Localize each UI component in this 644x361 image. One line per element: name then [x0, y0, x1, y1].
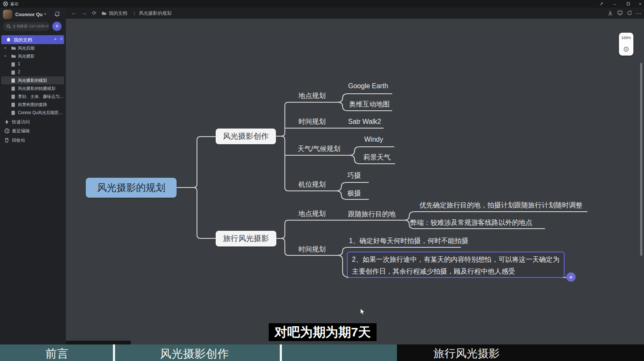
- chapter-divider: [280, 344, 282, 361]
- document-icon: [11, 102, 15, 107]
- sidebar-doc-row[interactable]: 景别、主体、趣味点与前景…: [1, 92, 64, 101]
- global-search-input[interactable]: 全局搜索 Ctrl+Shift+F: [3, 22, 50, 31]
- mindmap-node[interactable]: Windy: [364, 136, 383, 143]
- pin-window-icon[interactable]: ↗: [596, 0, 606, 8]
- window-titlebar: 幕布 ↗ – ×: [0, 0, 644, 8]
- sidebar-doc-row-selected[interactable]: 风光摄影的规划: [1, 76, 64, 84]
- document-toolbar: ← → ⟳ 我的文档 | 风光摄影的规划 大纲笔记 ⋯: [66, 8, 644, 19]
- notifications-bell-icon[interactable]: [54, 11, 60, 17]
- sidebar-folder-row[interactable]: ▸ 风光后期: [1, 44, 64, 52]
- sidebar-item-recent[interactable]: 最近编辑: [0, 127, 66, 135]
- document-icon: [11, 94, 15, 99]
- mindmap-root-node[interactable]: 风光摄影的规划: [86, 178, 177, 198]
- doc-tree-label: 风光摄影的拍摄规划: [18, 86, 55, 92]
- mindmap-node[interactable]: 时间规划: [298, 118, 326, 126]
- chapter-label: 风光摄影创作: [160, 346, 229, 361]
- refresh-icon[interactable]: ⟳: [90, 8, 98, 19]
- minimize-icon[interactable]: –: [610, 0, 619, 8]
- add-child-node-button[interactable]: +: [566, 272, 576, 282]
- search-icon: [6, 24, 11, 29]
- sidebar-item-trash[interactable]: 回收站: [0, 136, 66, 145]
- app-title: 幕布: [10, 1, 19, 7]
- document-icon: [11, 86, 15, 91]
- sidebar-doc-row[interactable]: 风光摄影的拍摄规划: [1, 84, 64, 92]
- document-icon: [11, 62, 15, 67]
- back-icon[interactable]: ←: [70, 8, 78, 19]
- share-icon[interactable]: [627, 10, 633, 16]
- quick-access-label: 快速访问: [12, 119, 30, 125]
- vertical-scrollbar[interactable]: [640, 63, 642, 256]
- sidebar-item-quick-access[interactable]: 快速访问: [0, 118, 66, 126]
- breadcrumb-separator: |: [134, 8, 135, 19]
- doc-tree-label: 2: [18, 70, 20, 74]
- sidebar-doc-row[interactable]: 2: [1, 68, 64, 76]
- document-icon: [11, 78, 15, 83]
- download-icon[interactable]: [607, 10, 613, 16]
- user-menu-caret-icon[interactable]: ▸: [45, 12, 46, 16]
- document-icon: [11, 70, 15, 75]
- home-icon: [6, 37, 11, 42]
- doc-tree-label: 风光摄影的规划: [18, 78, 47, 84]
- present-icon[interactable]: [617, 10, 623, 16]
- mindmap-node[interactable]: 机位规划: [298, 180, 326, 189]
- user-name[interactable]: Coonnor Qu: [15, 12, 42, 17]
- breadcrumb-root[interactable]: 我的文档: [109, 8, 127, 19]
- folder-icon: [11, 54, 16, 58]
- sidebar-doc-row[interactable]: Connor Qu风光后期思维导图: [1, 109, 64, 117]
- sidebar: Coonnor Qu ▸ 全局搜索 Ctrl+Shift+F + 我的文档 + …: [0, 8, 66, 344]
- mindmap-node-creation[interactable]: 风光摄影创作: [216, 129, 276, 144]
- mouse-cursor: [360, 308, 366, 316]
- doc-tree-label: 景别、主体、趣味点与前景…: [18, 94, 65, 100]
- mindmap-node[interactable]: 地点规划: [298, 92, 326, 101]
- trash-label: 回收站: [12, 137, 25, 143]
- locate-center-icon[interactable]: [623, 46, 629, 52]
- more-icon[interactable]: ⋯: [635, 8, 642, 19]
- mindmap-node[interactable]: 优先确定旅行目的地，拍摄计划跟随旅行计划随时调整: [419, 201, 582, 210]
- mindmap-node[interactable]: 时间规划: [298, 245, 326, 254]
- doc-tree-label: Connor Qu风光后期思维导图: [18, 110, 65, 116]
- doc-tree-label: 风光后期: [18, 45, 34, 51]
- mindmap-node[interactable]: 弊端：较难涉及常规游客线路以外的地点: [410, 218, 532, 227]
- mindmap-node-travel[interactable]: 旅行风光摄影: [216, 231, 276, 246]
- forward-icon[interactable]: →: [80, 8, 88, 19]
- sidebar-folder-row[interactable]: ▸ 风光摄影: [1, 52, 64, 60]
- search-placeholder: 全局搜索 Ctrl+Shift+F: [12, 24, 49, 29]
- mindmap-node[interactable]: Google Earth: [348, 82, 388, 90]
- zoom-panel[interactable]: 169%: [619, 33, 633, 56]
- doc-tree-label: 前景构图的套路: [18, 102, 47, 108]
- close-icon[interactable]: ×: [636, 0, 644, 8]
- chapter-label: 前言: [45, 346, 68, 361]
- add-in-my-docs-icon[interactable]: +: [54, 36, 56, 42]
- chapter-label: 旅行风光摄影: [433, 346, 500, 361]
- mindmap-node[interactable]: 巧摄: [347, 171, 361, 180]
- mindmap-node[interactable]: 极摄: [347, 189, 361, 198]
- mindmap-node-selected[interactable]: 2、如果一次旅行途中，有某天的内容特别想怕，可以将这一天确定为主要创作日，其余行…: [347, 252, 565, 278]
- document-icon: [11, 110, 15, 115]
- collapse-my-docs-icon[interactable]: ∧: [60, 36, 63, 41]
- mindmap-node[interactable]: 莉景天气: [363, 153, 391, 162]
- mindmap-node[interactable]: 奥维互动地图: [349, 100, 390, 109]
- recent-edits-label: 最近编辑: [12, 128, 30, 134]
- mindmap-node[interactable]: 地点规划: [298, 210, 326, 218]
- avatar[interactable]: [3, 10, 12, 19]
- trash-icon: [4, 137, 9, 143]
- sidebar-item-my-docs[interactable]: 我的文档 + ∧: [1, 35, 64, 44]
- new-document-button[interactable]: +: [52, 22, 62, 31]
- mindmap-node[interactable]: 跟随旅行目的地: [348, 210, 396, 219]
- expand-caret-icon[interactable]: ▸: [5, 54, 6, 58]
- folder-icon: [101, 11, 107, 15]
- app-logo-icon: [3, 1, 8, 6]
- clock-icon: [4, 128, 10, 134]
- my-docs-label: 我的文档: [14, 37, 32, 43]
- sidebar-doc-row[interactable]: 1: [1, 60, 64, 68]
- expand-caret-icon[interactable]: ▸: [5, 46, 6, 50]
- maximize-icon[interactable]: [624, 0, 633, 8]
- mindmap-node[interactable]: 天气/气候规划: [298, 145, 340, 154]
- mindmap-node[interactable]: Satr Walk2: [348, 118, 381, 126]
- video-subtitle: 对吧为期为期7天: [269, 323, 377, 341]
- chapter-divider: [113, 344, 115, 361]
- folder-icon: [11, 46, 16, 50]
- mindmap-node[interactable]: 1、确定好每天何时拍摄，何时不能拍摄: [349, 237, 468, 246]
- sidebar-doc-row[interactable]: 前景构图的套路: [1, 101, 64, 109]
- breadcrumb-document[interactable]: 风光摄影的规划: [139, 8, 172, 19]
